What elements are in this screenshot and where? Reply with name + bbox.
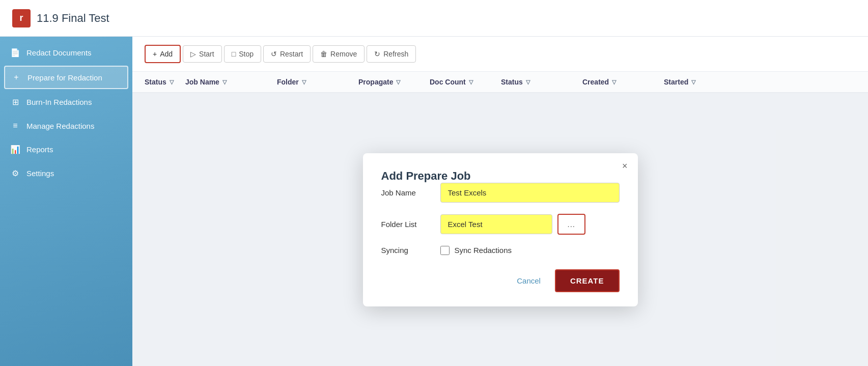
filter-icon-doc-count[interactable]: ▽ — [469, 79, 473, 86]
layers-icon: ⊞ — [10, 97, 20, 107]
sidebar: 📄 Redact Documents + Prepare for Redacti… — [0, 37, 132, 366]
document-icon: 📄 — [10, 48, 20, 58]
col-started: Started ▽ — [664, 78, 725, 86]
modal-title: Add Prepare Job — [381, 170, 471, 182]
plus-icon: + — [11, 73, 21, 82]
add-prepare-job-modal: Add Prepare Job × Job Name Folder List .… — [363, 153, 638, 306]
modal-footer: Cancel CREATE — [381, 269, 620, 292]
sidebar-item-settings[interactable]: ⚙ Settings — [0, 161, 132, 185]
col-created: Created ▽ — [582, 78, 664, 86]
job-name-input[interactable] — [440, 183, 620, 203]
syncing-label: Syncing — [381, 246, 432, 255]
start-icon: ▷ — [190, 50, 196, 58]
syncing-row: Syncing Sync Redactions — [381, 246, 620, 255]
col-propagate: Propagate ▽ — [358, 78, 430, 86]
folder-list-label: Folder List — [381, 220, 432, 229]
filter-icon-job-name[interactable]: ▽ — [222, 79, 227, 86]
restart-button-label: Restart — [280, 50, 303, 58]
filter-icon-propagate[interactable]: ▽ — [396, 79, 400, 86]
col-status2: Status ▽ — [501, 78, 582, 86]
restart-icon: ↺ — [271, 50, 277, 58]
table-header: Status ▽ Job Name ▽ Folder ▽ Propagate ▽… — [132, 72, 868, 93]
folder-browse-button[interactable]: ... — [557, 214, 586, 235]
filter-icon-status[interactable]: ▽ — [170, 79, 174, 86]
sidebar-item-label: Burn-In Redactions — [26, 98, 92, 106]
sidebar-item-label: Redact Documents — [26, 48, 92, 57]
col-folder: Folder ▽ — [277, 78, 358, 86]
main-content: + Add ▷ Start □ Stop ↺ Restart 🗑 Remove … — [132, 37, 868, 366]
table-body: Add Prepare Job × Job Name Folder List .… — [132, 93, 868, 366]
header: r 11.9 Final Test — [0, 0, 868, 37]
sidebar-item-label: Reports — [26, 145, 53, 154]
sync-checkbox-row: Sync Redactions — [440, 246, 512, 255]
folder-row: ... — [440, 214, 586, 235]
refresh-button[interactable]: ↻ Refresh — [367, 45, 416, 63]
cancel-button[interactable]: Cancel — [511, 272, 547, 289]
logo-letter: r — [19, 13, 23, 23]
sidebar-item-prepare-for-redaction[interactable]: + Prepare for Redaction — [4, 66, 128, 89]
folder-list-row: Folder List ... — [381, 214, 620, 235]
remove-button[interactable]: 🗑 Remove — [313, 45, 365, 63]
main-layout: 📄 Redact Documents + Prepare for Redacti… — [0, 37, 868, 366]
toolbar: + Add ▷ Start □ Stop ↺ Restart 🗑 Remove … — [132, 37, 868, 72]
sidebar-item-label: Settings — [26, 169, 54, 178]
sidebar-item-redact-documents[interactable]: 📄 Redact Documents — [0, 41, 132, 65]
job-name-label: Job Name — [381, 188, 432, 197]
refresh-icon: ↻ — [374, 50, 380, 58]
sidebar-item-reports[interactable]: 📊 Reports — [0, 137, 132, 161]
stop-button-label: Stop — [239, 50, 254, 58]
sidebar-item-label: Manage Redactions — [26, 122, 94, 130]
start-button-label: Start — [199, 50, 214, 58]
list-icon: ≡ — [10, 121, 20, 130]
gear-icon: ⚙ — [10, 168, 20, 178]
filter-icon-folder[interactable]: ▽ — [302, 79, 306, 86]
restart-button[interactable]: ↺ Restart — [263, 45, 311, 63]
sync-redactions-label: Sync Redactions — [455, 246, 512, 255]
modal-overlay: Add Prepare Job × Job Name Folder List .… — [132, 93, 868, 366]
sidebar-item-burn-in-redactions[interactable]: ⊞ Burn-In Redactions — [0, 90, 132, 114]
modal-close-button[interactable]: × — [622, 161, 628, 171]
create-button[interactable]: CREATE — [555, 269, 620, 292]
sidebar-item-label: Prepare for Redaction — [27, 73, 102, 82]
trash-icon: 🗑 — [320, 50, 327, 58]
app-title: 11.9 Final Test — [37, 12, 109, 25]
col-status: Status ▽ — [145, 78, 185, 86]
remove-button-label: Remove — [330, 50, 357, 58]
folder-list-input[interactable] — [440, 214, 552, 234]
sidebar-item-manage-redactions[interactable]: ≡ Manage Redactions — [0, 114, 132, 137]
add-button-label: Add — [160, 50, 173, 58]
app-logo: r — [12, 9, 31, 27]
refresh-button-label: Refresh — [383, 50, 408, 58]
filter-icon-started[interactable]: ▽ — [691, 79, 695, 86]
filter-icon-created[interactable]: ▽ — [612, 79, 616, 86]
chart-icon: 📊 — [10, 145, 20, 154]
start-button[interactable]: ▷ Start — [183, 45, 222, 63]
col-job-name: Job Name ▽ — [185, 78, 277, 86]
filter-icon-status2[interactable]: ▽ — [526, 79, 530, 86]
add-icon: + — [153, 50, 157, 58]
sync-redactions-checkbox[interactable] — [440, 246, 450, 255]
stop-icon: □ — [232, 50, 236, 58]
add-button[interactable]: + Add — [145, 45, 181, 63]
stop-button[interactable]: □ Stop — [224, 45, 261, 63]
col-doc-count: Doc Count ▽ — [430, 78, 501, 86]
job-name-row: Job Name — [381, 183, 620, 203]
